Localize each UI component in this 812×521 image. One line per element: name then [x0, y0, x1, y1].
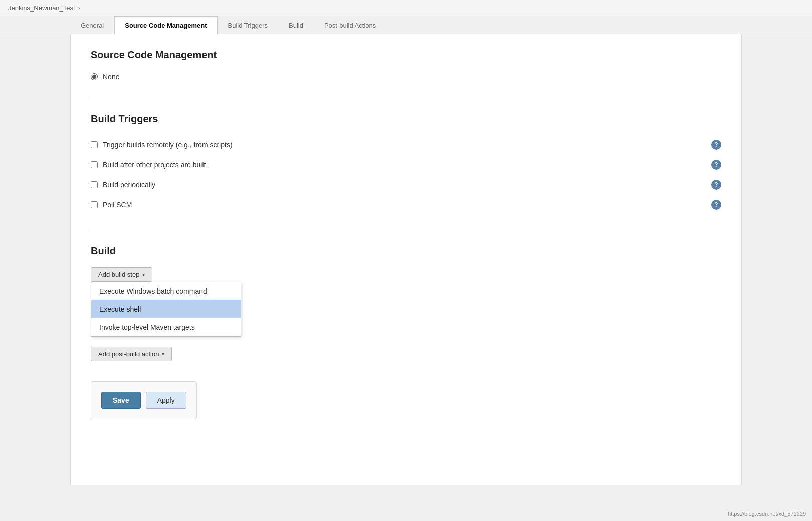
trigger-remote-label: Trigger builds remotely (e.g., from scri…: [103, 141, 711, 149]
add-build-step-button[interactable]: Add build step ▾: [91, 267, 152, 282]
trigger-row-2: Build periodically ?: [91, 175, 721, 195]
main-content: Source Code Management None Build Trigge…: [70, 34, 742, 485]
scm-section-title: Source Code Management: [91, 49, 721, 61]
source-code-management-section: Source Code Management None: [91, 49, 721, 83]
add-build-step-container: Add build step ▾ Execute Windows batch c…: [91, 267, 152, 282]
project-name[interactable]: Jenkins_Newman_Test: [8, 4, 75, 12]
poll-scm-label: Poll SCM: [103, 201, 711, 209]
button-row: Save Apply: [91, 381, 197, 419]
divider-2: [91, 230, 721, 230]
build-after-help-icon[interactable]: ?: [711, 160, 721, 170]
trigger-remote-help-icon[interactable]: ?: [711, 140, 721, 150]
triggers-list: Trigger builds remotely (e.g., from scri…: [91, 135, 721, 215]
build-after-checkbox[interactable]: [91, 161, 98, 168]
add-post-build-arrow-icon: ▾: [162, 351, 164, 357]
build-triggers-section: Build Triggers Trigger builds remotely (…: [91, 113, 721, 215]
poll-scm-help-icon[interactable]: ?: [711, 200, 721, 210]
poll-scm-checkbox[interactable]: [91, 201, 98, 208]
breadcrumb-chevron: ›: [78, 5, 80, 12]
none-radio-row: None: [91, 71, 721, 83]
tab-source-code-management[interactable]: Source Code Management: [114, 16, 217, 34]
tab-build[interactable]: Build: [278, 16, 314, 34]
build-periodically-help-icon[interactable]: ?: [711, 180, 721, 190]
tabs-bar: General Source Code Management Build Tri…: [0, 16, 812, 34]
build-step-dropdown-menu: Execute Windows batch command Execute sh…: [91, 282, 241, 337]
scm-none-label: None: [103, 73, 119, 81]
tab-build-triggers[interactable]: Build Triggers: [218, 16, 278, 34]
trigger-row-3: Poll SCM ?: [91, 195, 721, 215]
build-after-label: Build after other projects are built: [103, 161, 711, 169]
dropdown-item-execute-shell[interactable]: Execute shell: [91, 300, 241, 318]
tab-post-build-actions[interactable]: Post-build Actions: [314, 16, 386, 34]
divider-1: [91, 98, 721, 98]
add-build-step-label: Add build step: [98, 271, 139, 278]
build-periodically-checkbox[interactable]: [91, 181, 98, 188]
add-post-build-action-button[interactable]: Add post-build action ▾: [91, 347, 172, 361]
dropdown-item-execute-windows-batch[interactable]: Execute Windows batch command: [91, 282, 241, 300]
tab-general[interactable]: General: [70, 16, 114, 34]
add-build-step-arrow-icon: ▾: [142, 272, 145, 277]
scm-none-radio[interactable]: [91, 73, 98, 80]
trigger-row-1: Build after other projects are built ?: [91, 155, 721, 175]
top-bar: Jenkins_Newman_Test ›: [0, 0, 812, 16]
build-section: Build Add build step ▾ Execute Windows b…: [91, 245, 721, 419]
save-button[interactable]: Save: [101, 392, 141, 409]
dropdown-item-invoke-maven[interactable]: Invoke top-level Maven targets: [91, 318, 241, 336]
build-section-title: Build: [91, 245, 721, 257]
build-periodically-label: Build periodically: [103, 181, 711, 189]
trigger-remote-checkbox[interactable]: [91, 141, 98, 148]
apply-button[interactable]: Apply: [146, 392, 186, 409]
build-triggers-title: Build Triggers: [91, 113, 721, 125]
add-post-build-label: Add post-build action: [98, 350, 159, 358]
trigger-row-0: Trigger builds remotely (e.g., from scri…: [91, 135, 721, 155]
